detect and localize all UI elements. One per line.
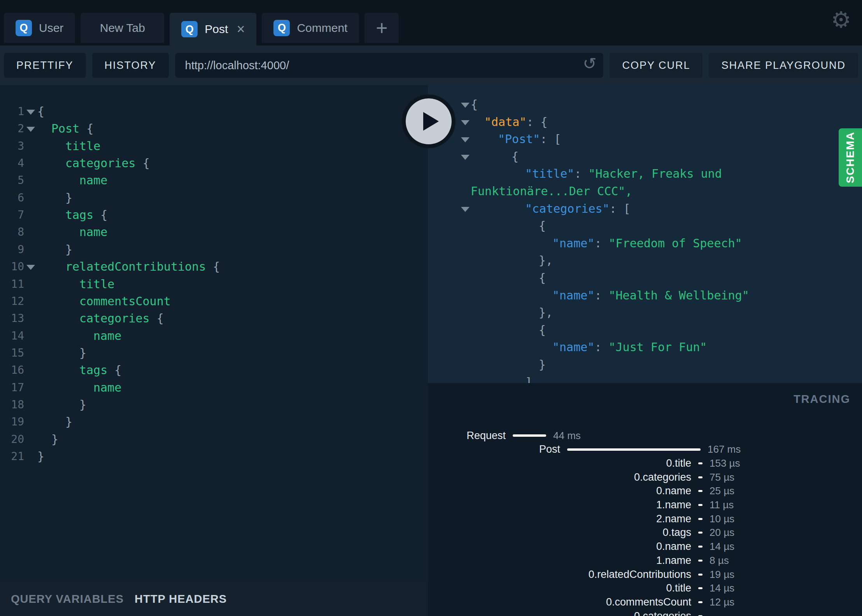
query-badge-icon: Q [16, 20, 32, 36]
tracing-row-time: 19 µs [710, 569, 734, 581]
line-number: 10 [0, 258, 24, 275]
editor-line: 5name [0, 172, 428, 189]
editor-line: 16tags { [0, 362, 428, 379]
editor-line: 15} [0, 345, 428, 362]
response-line: "Post": [ [428, 131, 862, 148]
tab-label: New Tab [100, 21, 145, 35]
editor-code-text: { [37, 103, 44, 120]
response-code-text: "name": "Freedom of Speech" [552, 235, 742, 252]
response-line: } [428, 356, 862, 373]
tracing-duration-bar [513, 434, 546, 437]
tab-label: Comment [297, 21, 347, 35]
editor-code-text: name [79, 172, 107, 189]
editor-code-text: tags { [79, 362, 121, 379]
close-tab-icon[interactable]: × [237, 22, 245, 36]
tracing-row-time: 44 ms [553, 430, 581, 442]
editor-line: 21} [0, 448, 428, 465]
query-variables-tab[interactable]: QUERY VARIABLES [11, 593, 124, 606]
tracing-row: 1.name11 µs [428, 498, 862, 512]
line-number: 6 [0, 189, 24, 206]
editor-line: 10relatedContributions { [0, 258, 428, 275]
tracing-row: Post167 ms [428, 443, 862, 457]
response-code-text: } [539, 356, 546, 373]
line-number: 1 [0, 103, 24, 120]
refresh-schema-icon[interactable]: ↺ [583, 56, 596, 72]
response-code-text: "title": "Hacker, Freaks und [525, 165, 722, 182]
fold-arrow-icon[interactable] [461, 137, 470, 142]
editor-code-text: } [37, 448, 44, 465]
tracing-row-label: 0.categories [428, 471, 691, 483]
execute-query-button[interactable] [402, 94, 456, 148]
tab-comment[interactable]: QComment [262, 13, 359, 43]
editor-code-text: categories { [65, 155, 150, 172]
editor-code-text: name [79, 224, 107, 241]
query-badge-icon: Q [273, 20, 290, 36]
endpoint-url-value: http://localhost:4000/ [185, 59, 289, 72]
fold-arrow-icon[interactable] [461, 155, 470, 160]
tracing-row-time: 25 µs [710, 485, 734, 497]
tracing-row: 0.relatedContributions19 µs [428, 567, 862, 581]
schema-side-tab[interactable]: SCHEMA [839, 128, 862, 187]
tab-new-tab[interactable]: New Tab [81, 13, 164, 43]
response-code-text: ] [525, 374, 532, 383]
response-line: "categories": [ [428, 200, 862, 217]
line-number: 19 [0, 413, 24, 430]
tracing-row-time: 14 µs [710, 541, 734, 553]
fold-arrow-icon[interactable] [461, 120, 470, 125]
tracing-row-time: 11 µs [710, 499, 734, 511]
new-tab-button[interactable]: + [364, 13, 399, 43]
share-playground-button[interactable]: SHARE PLAYGROUND [709, 53, 858, 78]
settings-gear-icon[interactable]: ⚙ [831, 9, 851, 31]
response-line: { [428, 322, 862, 339]
bottom-drawer-bar: QUERY VARIABLES HTTP HEADERS [0, 582, 428, 616]
editor-line: 4categories { [0, 155, 428, 172]
tracing-row-label: Post [428, 443, 560, 455]
query-editor[interactable]: 1{2Post {3title4categories {5name6}7tags… [0, 85, 428, 582]
tracing-duration-bar [698, 574, 703, 576]
tracing-row: 1.name8 µs [428, 553, 862, 567]
tracing-row-label: 0.tags [428, 527, 691, 539]
fold-arrow-icon[interactable] [461, 207, 470, 212]
editor-code-text: title [79, 276, 114, 293]
line-number: 4 [0, 155, 24, 172]
toolbar: PRETTIFY HISTORY http://localhost:4000/ … [0, 46, 862, 85]
line-number: 13 [0, 310, 24, 327]
tracing-row-time: 12 µs [710, 596, 734, 608]
line-number: 21 [0, 448, 24, 465]
tab-post[interactable]: QPost× [170, 13, 256, 46]
response-line: "data": { [428, 114, 862, 131]
history-button[interactable]: HISTORY [92, 53, 169, 78]
tracing-duration-bar [698, 546, 703, 548]
fold-arrow-icon[interactable] [461, 103, 470, 108]
tab-user[interactable]: QUser [4, 13, 75, 43]
tab-label: User [39, 21, 63, 35]
editor-line: 9} [0, 241, 428, 258]
tracing-row-label: 0.title [428, 457, 691, 469]
tracing-duration-bar [698, 587, 703, 589]
editor-code-text: categories { [79, 310, 164, 327]
editor-code-text: name [93, 327, 121, 345]
tracing-row-time: 8 µs [710, 555, 729, 567]
editor-code-text: } [51, 431, 58, 448]
fold-arrow-icon[interactable] [26, 110, 35, 115]
endpoint-url-input[interactable]: http://localhost:4000/ ↺ [175, 53, 604, 78]
tracing-duration-bar [698, 476, 703, 478]
line-number: 15 [0, 345, 24, 362]
response-viewer: {"data": {"Post": [{"title": "Hacker, Fr… [428, 85, 862, 383]
tracing-row: 0.tags20 µs [428, 526, 862, 540]
line-number: 14 [0, 327, 24, 345]
prettify-button[interactable]: PRETTIFY [4, 53, 86, 78]
copy-curl-button[interactable]: COPY CURL [610, 53, 703, 78]
tracing-row-label: 0.commentsCount [428, 596, 691, 608]
editor-code-text: } [65, 413, 72, 430]
response-code-text: Funktionäre...Der CCC", [471, 183, 632, 200]
response-code-text: { [539, 270, 546, 287]
tracing-row-label: 0.name [428, 541, 691, 553]
tracing-row: 2.name10 µs [428, 512, 862, 526]
tracing-row-label: 0.relatedContributions [428, 569, 691, 581]
line-number: 3 [0, 138, 24, 155]
line-number: 5 [0, 172, 24, 189]
http-headers-tab[interactable]: HTTP HEADERS [135, 593, 227, 606]
fold-arrow-icon[interactable] [26, 127, 35, 132]
fold-arrow-icon[interactable] [26, 265, 35, 270]
